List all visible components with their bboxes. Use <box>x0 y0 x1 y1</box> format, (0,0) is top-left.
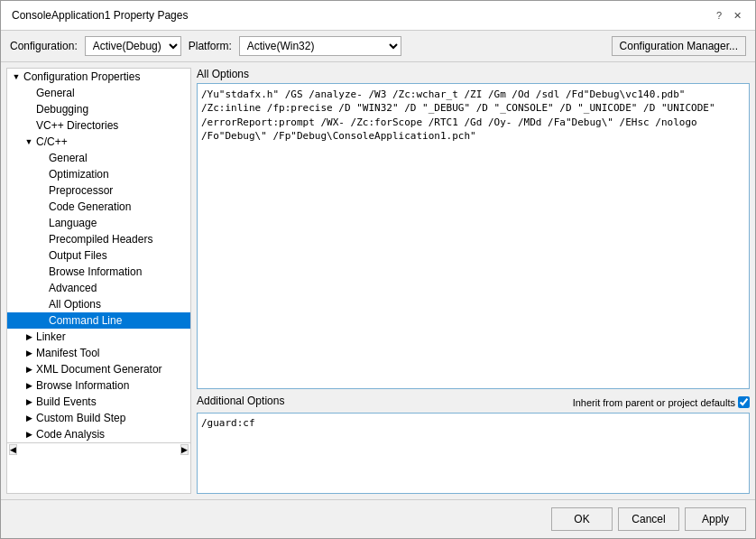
expand-icon: ▶ <box>23 413 34 423</box>
expand-icon: ▶ <box>23 396 34 407</box>
dialog-title: ConsoleApplication1 Property Pages <box>12 9 188 22</box>
tree-item-advanced-cpp[interactable]: Advanced <box>7 280 190 296</box>
expand-icon: ▶ <box>23 331 34 342</box>
expand-icon: ▶ <box>23 380 34 391</box>
tree-label-debugging: Debugging <box>36 103 88 116</box>
additional-header: Additional Options Inherit from parent o… <box>197 395 750 410</box>
all-options-label: All Options <box>197 68 750 80</box>
tree-label-all-options: All Options <box>49 298 101 311</box>
tree-item-config-props[interactable]: ▼Configuration Properties <box>7 69 190 85</box>
tree-scroll-left[interactable]: ◀ <box>9 444 17 455</box>
tree-spacer <box>36 283 47 293</box>
tree-spacer <box>23 88 34 98</box>
tree-spacer <box>23 120 34 131</box>
config-bar: Configuration: Active(Debug) Platform: A… <box>1 31 755 62</box>
tree-label-output-files: Output Files <box>49 249 107 262</box>
tree-label-manifest-tool: Manifest Tool <box>36 347 99 359</box>
inherit-label: Inherit from parent or project defaults <box>573 396 750 408</box>
tree-spacer <box>36 201 47 212</box>
tree-item-general[interactable]: General <box>7 85 190 101</box>
main-content: ▼Configuration PropertiesGeneralDebuggin… <box>1 62 755 499</box>
tree-item-preprocessor[interactable]: Preprocessor <box>7 182 190 199</box>
config-label: Configuration: <box>10 40 78 52</box>
tree-spacer <box>36 266 47 277</box>
platform-label: Platform: <box>189 40 232 52</box>
title-bar-controls: ? ✕ <box>712 8 744 23</box>
tree-label-code-gen: Code Generation <box>49 200 131 213</box>
tree-item-manifest-tool[interactable]: ▶Manifest Tool <box>7 345 190 361</box>
tree-item-precomp-headers[interactable]: Precompiled Headers <box>7 231 190 247</box>
config-select[interactable]: Active(Debug) <box>85 36 181 56</box>
additional-options-section: Additional Options Inherit from parent o… <box>197 395 750 494</box>
title-bar: ConsoleApplication1 Property Pages ? ✕ <box>1 1 755 31</box>
tree-item-linker[interactable]: ▶Linker <box>7 329 190 345</box>
dialog: ConsoleApplication1 Property Pages ? ✕ C… <box>0 0 756 539</box>
tree-label-preprocessor: Preprocessor <box>49 184 113 197</box>
right-panel: All Options Additional Options Inherit f… <box>197 68 750 494</box>
tree-spacer <box>23 104 34 115</box>
expand-icon: ▶ <box>23 348 34 358</box>
cancel-button[interactable]: Cancel <box>618 507 679 531</box>
tree-spacer <box>36 169 47 180</box>
collapse-icon: ▼ <box>11 71 22 82</box>
apply-button[interactable]: Apply <box>685 507 746 531</box>
close-button[interactable]: ✕ <box>730 8 744 23</box>
help-button[interactable]: ? <box>712 8 726 23</box>
tree-item-code-analysis[interactable]: ▶Code Analysis <box>7 426 190 442</box>
tree-item-output-files[interactable]: Output Files <box>7 247 190 264</box>
tree-item-build-events[interactable]: ▶Build Events <box>7 394 190 410</box>
tree-spacer <box>36 315 47 326</box>
all-options-section: All Options <box>197 68 750 389</box>
tree-item-optimization[interactable]: Optimization <box>7 166 190 182</box>
tree-label-command-line: Command Line <box>49 314 122 327</box>
tree-item-all-options[interactable]: All Options <box>7 296 190 312</box>
expand-icon: ▶ <box>23 364 34 375</box>
tree-item-language[interactable]: Language <box>7 215 190 231</box>
tree-scroll-right[interactable]: ▶ <box>180 444 189 455</box>
inherit-text: Inherit from parent or project defaults <box>573 397 735 408</box>
tree-label-precomp-headers: Precompiled Headers <box>49 233 152 246</box>
tree-panel: ▼Configuration PropertiesGeneralDebuggin… <box>6 68 191 494</box>
expand-icon: ▶ <box>23 429 34 440</box>
tree-label-general: General <box>36 87 75 99</box>
tree-item-command-line[interactable]: Command Line <box>7 312 190 329</box>
tree-item-browse-info[interactable]: ▶Browse Information <box>7 377 190 394</box>
tree-label-build-events: Build Events <box>36 395 97 408</box>
tree-item-browse-info-cpp[interactable]: Browse Information <box>7 264 190 280</box>
tree-spacer <box>36 185 47 196</box>
tree-label-cpp: C/C++ <box>36 135 68 148</box>
additional-options-textarea[interactable] <box>197 413 750 494</box>
tree-label-language: Language <box>49 217 97 229</box>
tree-spacer <box>36 234 47 245</box>
tree-label-config-props: Configuration Properties <box>23 70 140 83</box>
additional-options-label: Additional Options <box>197 395 284 407</box>
tree-label-xml-doc: XML Document Generator <box>36 363 162 376</box>
tree-label-optimization: Optimization <box>49 168 109 181</box>
tree-label-linker: Linker <box>36 330 66 343</box>
tree-item-xml-doc[interactable]: ▶XML Document Generator <box>7 361 190 377</box>
all-options-textarea[interactable] <box>197 83 750 389</box>
collapse-icon: ▼ <box>23 136 34 147</box>
tree-label-code-analysis: Code Analysis <box>36 428 105 441</box>
tree-label-vc-dirs: VC++ Directories <box>36 119 118 132</box>
inherit-checkbox[interactable] <box>738 396 750 408</box>
tree-item-code-gen[interactable]: Code Generation <box>7 199 190 215</box>
tree-label-browse-info: Browse Information <box>36 379 129 392</box>
tree-item-cpp-general[interactable]: General <box>7 150 190 166</box>
tree-spacer <box>36 218 47 228</box>
tree-item-vc-dirs[interactable]: VC++ Directories <box>7 117 190 134</box>
tree-spacer <box>36 153 47 163</box>
footer: OK Cancel Apply <box>1 499 755 538</box>
config-manager-button[interactable]: Configuration Manager... <box>612 36 746 56</box>
tree-item-cpp[interactable]: ▼C/C++ <box>7 134 190 150</box>
tree-spacer <box>36 250 47 261</box>
tree-label-browse-info-cpp: Browse Information <box>49 265 142 278</box>
tree-item-custom-build[interactable]: ▶Custom Build Step <box>7 410 190 426</box>
platform-select[interactable]: Active(Win32) <box>239 36 401 56</box>
ok-button[interactable]: OK <box>551 507 613 531</box>
tree-label-custom-build: Custom Build Step <box>36 412 125 424</box>
tree-label-cpp-general: General <box>49 152 88 164</box>
tree-item-debugging[interactable]: Debugging <box>7 101 190 117</box>
tree-spacer <box>36 299 47 310</box>
tree-label-advanced-cpp: Advanced <box>49 282 97 294</box>
